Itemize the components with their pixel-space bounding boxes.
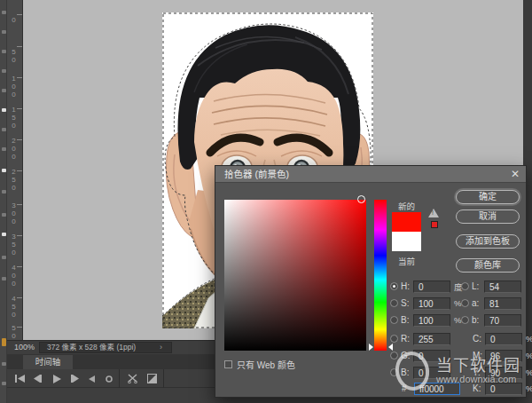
web-colors-only-label: 只有 Web 颜色 bbox=[237, 358, 295, 371]
photoshop-window: 0 50 100 150 200 250 300 350 400 450 500 bbox=[0, 0, 532, 403]
brightness-radio[interactable] bbox=[390, 316, 398, 324]
previous-frame-icon[interactable] bbox=[30, 372, 44, 385]
hue-slider[interactable] bbox=[374, 200, 387, 351]
status-popup-arrow[interactable]: › bbox=[160, 343, 162, 352]
new-color-swatch bbox=[392, 212, 421, 232]
blue-input[interactable]: 0 bbox=[413, 367, 450, 379]
color-libraries-button[interactable]: 颜色库 bbox=[456, 258, 520, 273]
new-color-label: 新的 bbox=[398, 200, 415, 212]
brightness-input[interactable]: 100 bbox=[413, 314, 450, 327]
lab-b-radio[interactable] bbox=[461, 316, 469, 324]
hue-input[interactable]: 0 bbox=[413, 281, 450, 293]
hue-radio[interactable] bbox=[390, 282, 398, 290]
web-colors-only-checkbox[interactable] bbox=[224, 360, 232, 368]
vertical-ruler: 0 50 100 150 200 250 300 350 400 450 500 bbox=[7, 0, 23, 340]
next-frame-icon[interactable] bbox=[67, 372, 82, 385]
cyan-input[interactable]: 0 bbox=[485, 333, 522, 345]
ok-button[interactable]: 确定 bbox=[456, 190, 520, 204]
document-size-indicator[interactable]: 372 像素 x 528 像素 (1ppi) bbox=[39, 342, 172, 353]
hue-slider-left-arrow[interactable] bbox=[369, 344, 373, 351]
tab-timeline[interactable]: 时间轴 bbox=[23, 355, 73, 369]
saturation-radio[interactable] bbox=[390, 299, 398, 307]
hex-input[interactable]: ff0000 bbox=[414, 383, 460, 395]
playback-options-icon[interactable] bbox=[102, 372, 116, 385]
audio-mute-icon[interactable] bbox=[84, 372, 98, 385]
lab-b-input[interactable]: 70 bbox=[484, 314, 521, 327]
red-input[interactable]: 255 bbox=[413, 333, 450, 345]
red-radio[interactable] bbox=[390, 335, 398, 343]
first-frame-icon[interactable] bbox=[12, 372, 27, 385]
lab-l-input[interactable]: 54 bbox=[484, 281, 521, 293]
gamut-color-swatch[interactable] bbox=[431, 221, 438, 228]
current-color-label: 当前 bbox=[398, 255, 415, 267]
green-input[interactable]: 0 bbox=[413, 350, 450, 362]
green-radio[interactable] bbox=[390, 352, 398, 360]
lab-l-radio[interactable] bbox=[461, 282, 469, 290]
magenta-input[interactable]: 96 bbox=[485, 350, 522, 362]
transition-icon[interactable] bbox=[145, 372, 159, 385]
saturation-brightness-field[interactable] bbox=[224, 200, 366, 351]
color-picker-dialog: 拾色器 (前景色) ✕ 新的 当前 确定 取消 添加到色板 颜色库 H:0度 S… bbox=[215, 165, 527, 398]
blue-radio[interactable] bbox=[390, 368, 398, 376]
lab-a-input[interactable]: 81 bbox=[484, 297, 521, 310]
add-to-swatches-button[interactable]: 添加到色板 bbox=[456, 234, 520, 249]
yellow-input[interactable]: 90 bbox=[485, 367, 522, 379]
play-icon[interactable] bbox=[50, 372, 64, 385]
web-colors-only-row: 只有 Web 颜色 bbox=[224, 358, 295, 371]
tools-panel-strip[interactable] bbox=[0, 0, 7, 403]
close-icon[interactable]: ✕ bbox=[511, 169, 520, 180]
lab-a-radio[interactable] bbox=[461, 299, 469, 307]
color-picker-ring[interactable] bbox=[357, 195, 365, 203]
saturation-input[interactable]: 100 bbox=[413, 297, 450, 310]
split-clip-scissors-icon[interactable] bbox=[125, 372, 139, 385]
black-input[interactable]: 0 bbox=[485, 383, 522, 395]
zoom-level-field[interactable]: 100% bbox=[14, 343, 35, 352]
foreground-color-swatch[interactable] bbox=[2, 338, 6, 346]
current-color-swatch[interactable] bbox=[392, 232, 421, 251]
dialog-title[interactable]: 拾色器 (前景色) bbox=[215, 166, 526, 183]
gamut-warning-icon[interactable] bbox=[428, 209, 439, 217]
cancel-button[interactable]: 取消 bbox=[456, 209, 520, 224]
